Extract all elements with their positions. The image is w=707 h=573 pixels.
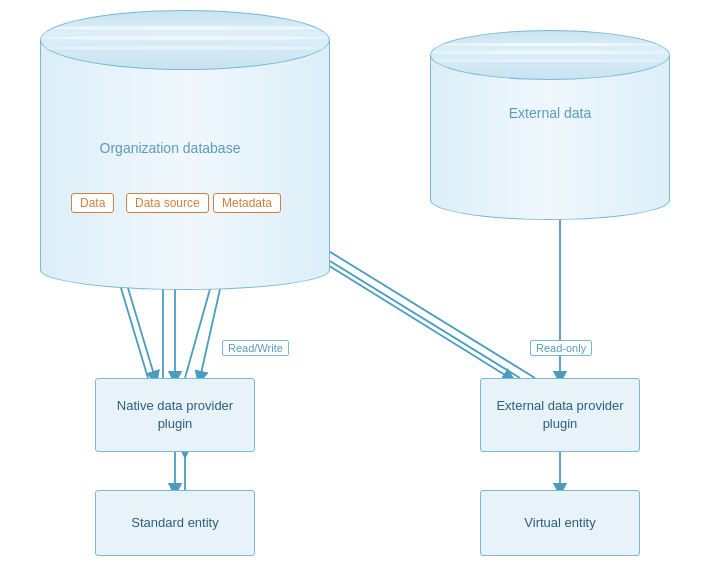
org-db-label: Organization database [80, 140, 260, 156]
standard-entity-box: Standard entity [95, 490, 255, 556]
external-plugin-box: External data provider plugin [480, 378, 640, 452]
read-write-label: Read/Write [222, 340, 289, 356]
read-only-label: Read-only [530, 340, 592, 356]
native-plugin-box: Native data provider plugin [95, 378, 255, 452]
ext-data-label: External data [450, 105, 650, 121]
tag-datasource: Data source [126, 193, 209, 213]
virtual-entity-box: Virtual entity [480, 490, 640, 556]
tag-metadata: Metadata [213, 193, 281, 213]
tag-data: Data [71, 193, 114, 213]
